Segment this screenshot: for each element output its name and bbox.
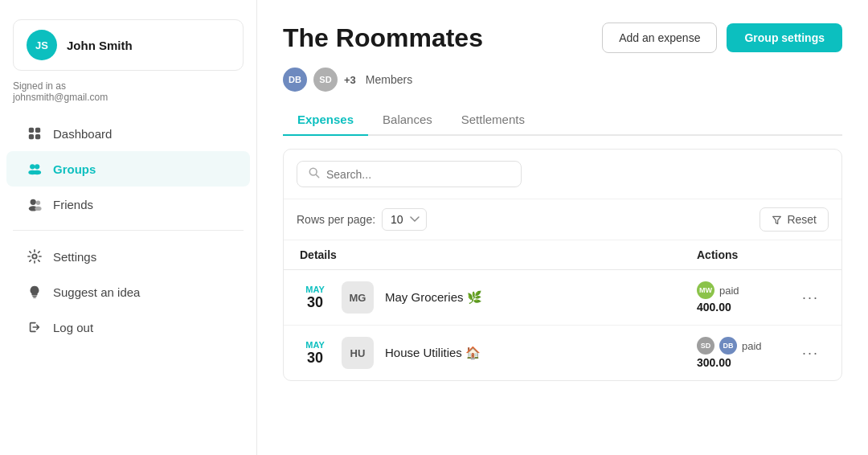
sidebar-label-friends: Friends [53,198,93,211]
expense-month: MAY [305,340,324,350]
svg-rect-2 [29,134,34,139]
sidebar-item-dashboard[interactable]: Dashboard [6,116,250,151]
svg-point-4 [30,164,35,169]
col-details: Details [300,248,697,261]
members-row: DB SD +3 Members [283,68,842,92]
payer-avatar-sd: SD [697,337,714,355]
expense-amount: 400.00 [697,301,739,314]
filter-icon [772,215,782,225]
col-actions: Actions [697,248,825,261]
rows-per-page: Rows per page: 10 5 25 50 [297,208,427,231]
sidebar-item-groups[interactable]: Groups [6,151,250,187]
members-label: Members [366,73,412,86]
sidebar-item-friends[interactable]: Friends [6,187,250,222]
search-input[interactable] [326,168,510,181]
expense-day: 30 [307,294,323,311]
svg-rect-1 [35,128,40,133]
tab-balances[interactable]: Balances [368,105,447,136]
friends-icon [26,195,43,213]
avatar: JS [27,30,57,60]
reset-button[interactable]: Reset [760,207,829,232]
main-header: The Roommates Add an expense Group setti… [283,23,842,53]
table-header: Details Actions [284,240,841,270]
payer-avatar-db: DB [719,337,737,355]
sidebar-label-groups: Groups [53,162,96,176]
svg-point-5 [35,164,39,169]
paid-label: paid [719,285,739,297]
more-actions-button[interactable]: ··· [796,286,825,309]
search-row [284,150,841,199]
svg-rect-13 [32,296,36,297]
svg-rect-14 [33,297,36,298]
svg-rect-3 [35,134,40,139]
member-count: +3 [344,74,356,86]
main-content: The Roommates Add an expense Group setti… [257,0,868,455]
header-actions: Add an expense Group settings [602,23,842,53]
expense-badge: HU [342,337,374,369]
rows-select[interactable]: 10 5 25 50 [382,208,427,231]
content-panel: Rows per page: 10 5 25 50 Reset Details … [283,149,842,381]
payer-avatar-mw: MW [697,281,714,299]
search-icon [309,167,320,181]
expense-paid-row: SD DB paid [697,337,762,355]
user-card[interactable]: JS John Smith [13,19,244,71]
settings-icon [26,248,43,265]
expense-actions: SD DB paid 300.00 ··· [697,337,825,369]
expense-month: MAY [305,285,324,294]
tabs: Expenses Balances Settlements [283,105,842,136]
more-actions-button[interactable]: ··· [796,342,825,365]
sidebar-label-dashboard: Dashboard [53,127,112,141]
sidebar-item-suggest[interactable]: Suggest an idea [6,274,250,309]
expense-details: MAY 30 HU House Utilities 🏠 [300,337,697,369]
logout-icon [26,318,43,336]
sidebar-label-settings: Settings [53,250,96,264]
group-title: The Roommates [283,23,483,53]
bulb-icon [26,283,43,301]
tab-settlements[interactable]: Settlements [447,105,539,136]
paid-label: paid [742,340,762,352]
dashboard-icon [26,125,43,142]
add-expense-button[interactable]: Add an expense [602,23,717,53]
member-avatar-db: DB [283,68,307,92]
nav-divider [13,230,244,231]
svg-point-8 [31,199,36,205]
rows-per-page-label: Rows per page: [297,213,375,226]
expense-actions: MW paid 400.00 ··· [697,281,825,314]
group-settings-button[interactable]: Group settings [727,23,842,52]
sidebar-label-suggest: Suggest an idea [53,285,140,299]
search-input-wrap [297,161,522,187]
sidebar-item-logout[interactable]: Log out [6,309,250,345]
expense-paid-row: MW paid [697,281,739,299]
expense-date: MAY 30 [300,285,330,311]
svg-point-10 [36,201,40,205]
tab-expenses[interactable]: Expenses [283,105,368,136]
svg-point-12 [32,254,36,258]
expense-day: 30 [307,350,323,367]
expense-details: MAY 30 MG May Groceries 🌿 [300,281,697,314]
expense-amount: 300.00 [697,356,762,369]
table-row: MAY 30 HU House Utilities 🏠 SD DB paid 3… [284,326,841,380]
sidebar-label-logout: Log out [53,321,93,334]
expense-name: House Utilities 🏠 [385,346,481,360]
expense-name: May Groceries 🌿 [385,290,482,305]
filter-row: Rows per page: 10 5 25 50 Reset [284,199,841,240]
svg-rect-0 [29,128,34,133]
table-row: MAY 30 MG May Groceries 🌿 MW paid 400.00… [284,270,841,326]
expense-date: MAY 30 [300,340,330,367]
signed-in-label: Signed in as [13,80,244,92]
svg-point-11 [35,207,41,211]
sidebar: JS John Smith Signed in as johnsmith@gma… [0,0,257,455]
sidebar-item-settings[interactable]: Settings [6,239,250,274]
user-name: John Smith [67,39,133,52]
expense-meta: SD DB paid 300.00 [697,337,762,369]
groups-icon [26,160,43,178]
expense-badge: MG [342,281,374,314]
expense-meta: MW paid 400.00 [697,281,739,314]
svg-point-7 [33,170,41,174]
reset-label: Reset [787,213,817,226]
member-avatar-sd: SD [313,68,338,92]
signed-in-email: johnsmith@gmail.com [13,92,244,103]
